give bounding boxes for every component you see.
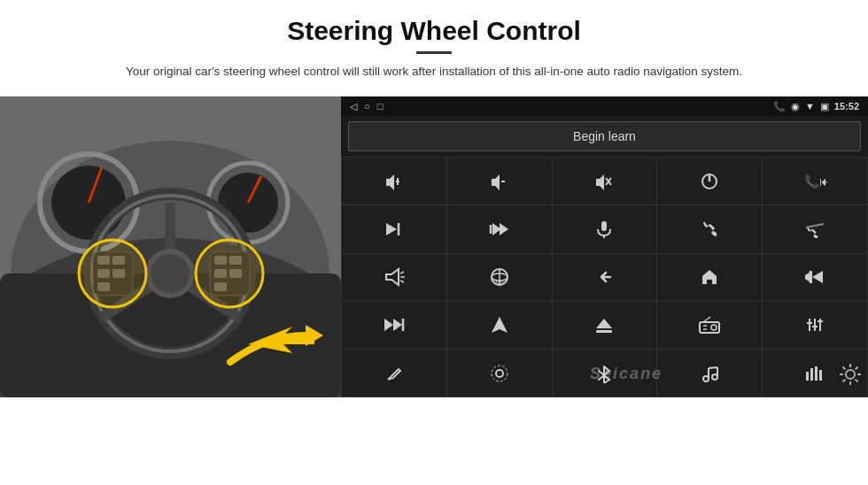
grid-cell-radio[interactable] [657,302,762,349]
grid-cell-power[interactable] [657,158,762,204]
recent-nav-icon[interactable]: □ [377,101,384,112]
svg-marker-63 [596,319,612,328]
grid-cell-prev-track[interactable] [763,254,867,301]
svg-text:360°: 360° [494,280,506,285]
grid-cell-eject[interactable] [553,302,657,349]
svg-line-94 [856,367,858,370]
android-screen-wrapper: ◁ ○ □ 📞 ◉ ▼ ▣ 15:52 Begin learn [341,96,868,397]
svg-rect-45 [601,221,607,231]
svg-marker-58 [805,271,812,283]
svg-line-95 [843,380,846,382]
svg-line-49 [400,272,404,273]
grid-cell-vol-down[interactable] [447,158,552,204]
content-area: ◁ ○ □ 📞 ◉ ▼ ▣ 15:52 Begin learn [0,96,868,485]
car-background [0,96,341,397]
car-image-panel [0,96,341,397]
grid-cell-next-track[interactable] [342,205,446,252]
page-wrapper: Steering Wheel Control Your original car… [0,0,868,485]
grid-cell-music[interactable] [657,350,762,396]
phone-icon: 📞 [773,101,786,112]
header-section: Steering Wheel Control Your original car… [0,0,868,89]
title-divider [416,51,452,54]
svg-marker-59 [384,319,393,331]
android-screen: ◁ ○ □ 📞 ◉ ▼ ▣ 15:52 Begin learn [341,96,868,397]
back-nav-icon[interactable]: ◁ [350,101,357,112]
grid-cell-equalizer[interactable] [763,302,867,349]
svg-text:📞⏮: 📞⏮ [804,174,827,189]
svg-marker-43 [500,223,508,235]
grid-cell-fast-fwd[interactable] [342,302,446,349]
svg-point-76 [496,370,503,377]
grid-cell-360[interactable]: 360° [447,254,552,301]
grid-cell-vol-mute[interactable] [553,158,657,204]
svg-rect-64 [596,330,612,333]
svg-rect-83 [806,372,809,381]
begin-learn-row: Begin learn [341,116,868,157]
gear-settings-icon[interactable] [838,362,863,392]
grid-cell-phone[interactable] [657,205,762,252]
svg-point-28 [196,240,263,307]
grid-cell-call-prev[interactable]: 📞⏮ [763,158,867,204]
battery-icon: ▣ [820,101,829,112]
wifi-icon: ▼ [805,101,815,112]
grid-cell-home[interactable] [657,254,762,301]
svg-point-27 [79,240,146,307]
grid-cell-pen[interactable] [342,350,446,396]
svg-marker-39 [386,223,397,235]
svg-rect-84 [810,368,813,381]
svg-rect-86 [819,370,822,381]
status-bar: ◁ ○ □ 📞 ◉ ▼ ▣ 15:52 [341,96,868,116]
svg-line-47 [806,224,824,227]
svg-rect-85 [815,366,818,381]
grid-cell-bluetooth[interactable] [553,350,657,396]
car-scene-svg [0,96,341,397]
grid-cell-nav[interactable] [447,302,552,349]
svg-point-87 [846,370,855,379]
status-bar-right: 📞 ◉ ▼ ▣ 15:52 [773,101,859,112]
svg-marker-60 [393,319,402,331]
svg-line-82 [709,367,717,368]
grid-cell-end-call[interactable] [763,205,867,252]
subtitle-text: Your original car's steering wheel contr… [89,63,779,81]
grid-cell-mic[interactable] [553,205,657,252]
location-icon: ◉ [791,101,800,112]
svg-marker-62 [492,317,508,333]
time-display: 15:52 [834,101,859,112]
page-title: Steering Wheel Control [53,16,815,46]
svg-marker-48 [386,269,399,285]
svg-line-92 [843,367,846,370]
grid-cell-back[interactable] [553,254,657,301]
icon-grid: 📞⏮ [341,157,868,397]
grid-cell-skip-fwd[interactable] [447,205,552,252]
svg-line-93 [856,380,858,382]
svg-point-14 [151,254,190,293]
grid-cell-vol-up[interactable] [342,158,446,204]
status-bar-left: ◁ ○ □ [350,101,383,112]
grid-cell-settings-btn[interactable] [447,350,552,396]
svg-point-77 [492,366,508,381]
svg-line-51 [400,281,404,282]
svg-marker-56 [812,271,823,283]
begin-learn-button[interactable]: Begin learn [348,121,861,151]
svg-point-66 [711,325,717,330]
home-nav-icon[interactable]: ○ [364,101,370,112]
grid-cell-horn[interactable] [342,254,446,301]
